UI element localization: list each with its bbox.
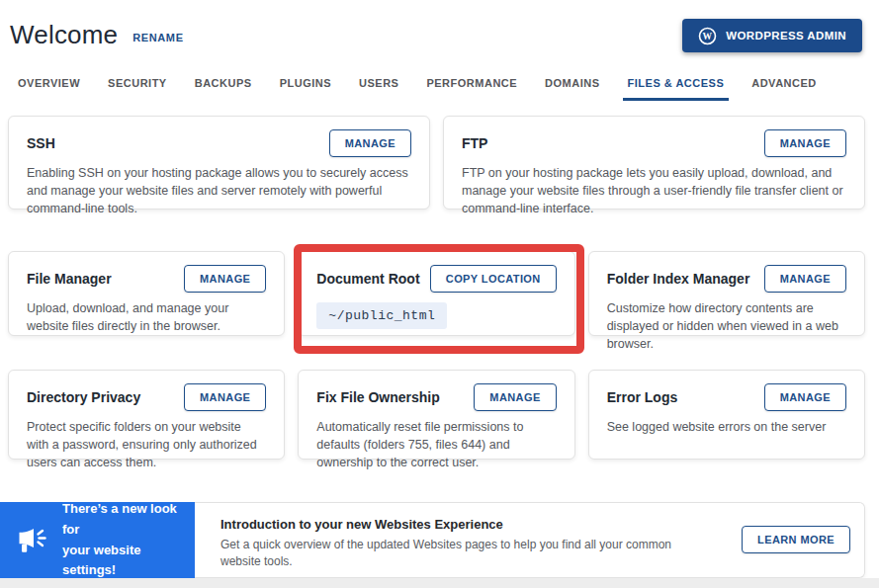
directory-privacy-description: Protect specific folders on your website… [27, 419, 266, 471]
banner-callout: There’s a new look for your website sett… [0, 502, 195, 578]
banner-callout-line1: There’s a new look for [62, 499, 195, 541]
ssh-description: Enabling SSH on your hosting package all… [27, 165, 411, 217]
card-file-manager: File Manager MANAGE Upload, download, an… [8, 251, 285, 336]
wordpress-logo-icon: W [698, 27, 717, 45]
error-logs-manage-button[interactable]: MANAGE [764, 383, 846, 411]
ssh-manage-button[interactable]: MANAGE [329, 129, 411, 157]
file-manager-manage-button[interactable]: MANAGE [184, 265, 266, 293]
wordpress-admin-button[interactable]: W WORDPRESS ADMIN [682, 19, 862, 52]
svg-text:W: W [703, 31, 713, 41]
tab-plugins[interactable]: PLUGINS [280, 77, 331, 101]
error-logs-description: See logged website errors on the server [607, 419, 846, 437]
ftp-title: FTP [462, 135, 487, 151]
banner-content: Introduction to your new Websites Experi… [195, 502, 865, 578]
file-manager-description: Upload, download, and manage your websit… [27, 300, 266, 336]
folder-index-manager-manage-button[interactable]: MANAGE [764, 265, 846, 293]
banner-callout-line2: your website settings! [62, 541, 195, 582]
directory-privacy-title: Directory Privacy [27, 389, 140, 405]
ftp-manage-button[interactable]: MANAGE [764, 129, 846, 157]
directory-privacy-manage-button[interactable]: MANAGE [184, 383, 266, 411]
page-header: Welcome RENAME [10, 20, 184, 50]
card-error-logs: Error Logs MANAGE See logged website err… [588, 370, 865, 460]
banner-callout-text: There’s a new look for your website sett… [62, 499, 195, 581]
tab-advanced[interactable]: ADVANCED [751, 77, 817, 101]
document-root-path: ~/public_html [316, 302, 447, 329]
fix-file-ownership-description: Automatically reset file permissions to … [316, 419, 556, 471]
ftp-description: FTP on your hosting package lets you eas… [462, 165, 846, 217]
card-document-root: Document Root COPY LOCATION ~/public_htm… [298, 251, 574, 336]
hosting-settings-page: Welcome RENAME W WORDPRESS ADMIN OVERVIE… [0, 0, 879, 588]
fix-file-ownership-title: Fix File Ownership [316, 389, 439, 405]
file-manager-title: File Manager [27, 271, 112, 287]
card-folder-index-manager: Folder Index Manager MANAGE Customize ho… [588, 251, 865, 336]
card-fix-file-ownership: Fix File Ownership MANAGE Automatically … [298, 370, 574, 460]
error-logs-title: Error Logs [607, 389, 678, 405]
tab-backups[interactable]: BACKUPS [195, 77, 252, 101]
folder-index-manager-title: Folder Index Manager [607, 271, 750, 287]
copy-location-button[interactable]: COPY LOCATION [430, 265, 557, 293]
ssh-title: SSH [27, 135, 55, 151]
tab-users[interactable]: USERS [359, 77, 398, 101]
document-root-cell: Document Root COPY LOCATION ~/public_htm… [298, 251, 574, 336]
cards-row-2: File Manager MANAGE Upload, download, an… [8, 251, 865, 336]
card-ftp: FTP MANAGE FTP on your hosting package l… [443, 116, 865, 210]
page-title: Welcome [10, 20, 118, 50]
cards-row-1: SSH MANAGE Enabling SSH on your hosting … [8, 116, 865, 210]
tab-files-and-access[interactable]: FILES & ACCESS [628, 77, 725, 101]
wordpress-admin-label: WORDPRESS ADMIN [726, 30, 846, 42]
tab-overview[interactable]: OVERVIEW [18, 77, 80, 101]
tab-domains[interactable]: DOMAINS [545, 77, 599, 101]
tab-bar: OVERVIEW SECURITY BACKUPS PLUGINS USERS … [18, 77, 817, 101]
tab-security[interactable]: SECURITY [108, 77, 167, 101]
announcement-banner: There’s a new look for your website sett… [0, 502, 865, 578]
cards-row-3: Directory Privacy MANAGE Protect specifi… [8, 370, 865, 460]
fix-file-ownership-manage-button[interactable]: MANAGE [474, 383, 556, 411]
learn-more-button[interactable]: LEARN MORE [742, 526, 850, 553]
folder-index-manager-description: Customize how directory contents are dis… [607, 300, 846, 353]
banner-description: Get a quick overview of the updated Webs… [220, 537, 685, 570]
megaphone-icon [17, 526, 49, 554]
tab-performance[interactable]: PERFORMANCE [426, 77, 517, 101]
card-ssh: SSH MANAGE Enabling SSH on your hosting … [8, 116, 430, 210]
rename-link[interactable]: RENAME [132, 32, 183, 43]
document-root-title: Document Root [316, 271, 419, 287]
card-directory-privacy: Directory Privacy MANAGE Protect specifi… [8, 370, 285, 460]
